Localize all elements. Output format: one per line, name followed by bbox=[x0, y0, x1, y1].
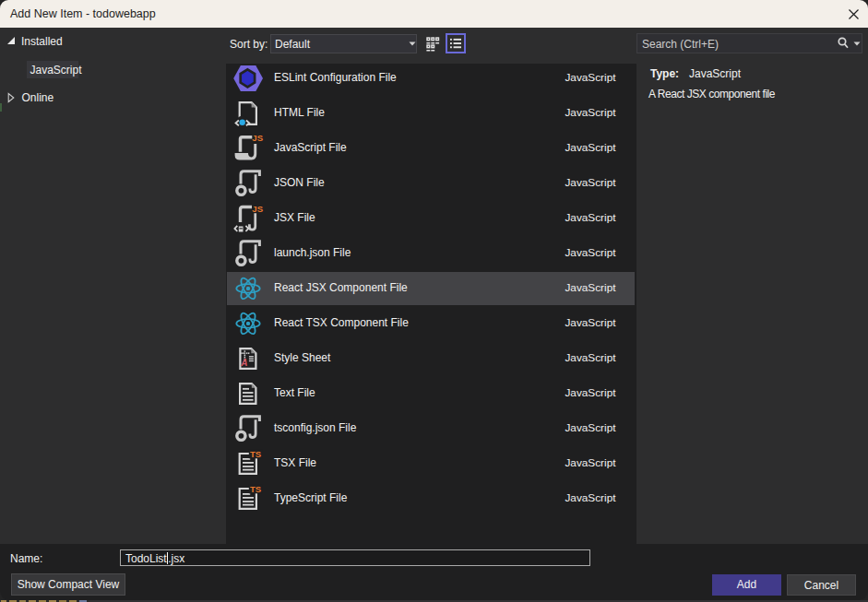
svg-text:JS: JS bbox=[252, 133, 263, 143]
svg-text:TS: TS bbox=[250, 484, 262, 494]
svg-text:A: A bbox=[240, 358, 247, 368]
svg-text:TS: TS bbox=[250, 449, 262, 459]
svg-text:JS: JS bbox=[252, 204, 263, 214]
